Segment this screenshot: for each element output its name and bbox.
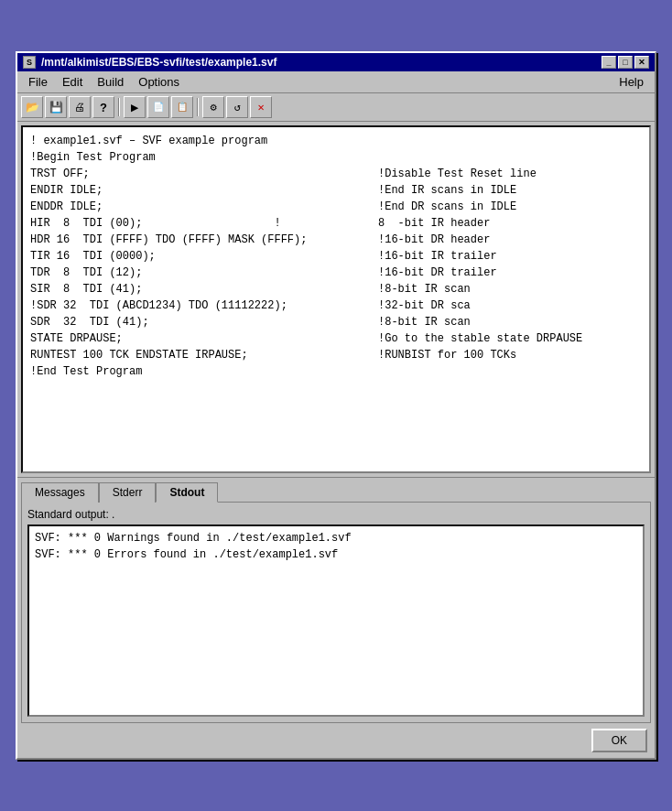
editor-line-left: ENDIR IDLE;	[30, 182, 378, 199]
editor-line-left: HDR 16 TDI (FFFF) TDO (FFFF) MASK (FFFF)…	[30, 232, 378, 248]
bottom-panel: Messages Stderr Stdout Standard output: …	[17, 477, 655, 758]
editor-line: STATE DRPAUSE;!Go to the stable state DR…	[30, 330, 642, 347]
editor-line: TRST OFF;!Disable Test Reset line	[30, 166, 642, 182]
editor-line: SDR 32 TDI (41);!8-bit IR scan	[30, 314, 642, 330]
output-line: SVF: *** 0 Warnings found in ./test/exam…	[35, 530, 637, 546]
open-button[interactable]: 📂	[21, 96, 43, 118]
maximize-button[interactable]: □	[618, 56, 633, 69]
editor-line: SIR 8 TDI (41);!8-bit IR scan	[30, 281, 642, 297]
editor-line: RUNTEST 100 TCK ENDSTATE IRPAUSE;!RUNBIS…	[30, 347, 642, 363]
tab-content: Standard output: . SVF: *** 0 Warnings f…	[21, 502, 651, 723]
editor-line-right: !32-bit DR sca	[378, 297, 471, 314]
editor-line-right: !End IR scans in IDLE	[378, 182, 516, 199]
window-icon: S	[23, 56, 36, 69]
editor-line-left: TRST OFF;	[30, 166, 378, 182]
menu-bar: File Edit Build Options Help	[17, 71, 655, 93]
editor-line-left: SIR 8 TDI (41);	[30, 281, 378, 297]
stop-button[interactable]: ✕	[250, 96, 272, 118]
editor-line-right: !16-bit DR header	[378, 232, 490, 248]
title-bar: S /mnt/alkimist/EBS/EBS-svfi/test/exampl…	[17, 53, 655, 71]
new-button[interactable]: 📄	[147, 96, 169, 118]
tabs-row: Messages Stderr Stdout	[21, 481, 651, 502]
editor-line: TDR 8 TDI (12);!16-bit DR trailer	[30, 265, 642, 281]
menu-options[interactable]: Options	[131, 73, 187, 91]
refresh-button[interactable]: ↺	[226, 96, 248, 118]
menu-file[interactable]: File	[21, 73, 55, 91]
toolbar-separator-2	[197, 98, 199, 116]
editor-line-right: !RUNBIST for 100 TCKs	[378, 347, 516, 363]
tab-stderr[interactable]: Stderr	[99, 482, 157, 503]
editor-line-right: !8-bit IR scan	[378, 281, 471, 297]
editor-line-left: HIR 8 TDI (00); !	[30, 215, 378, 232]
tab-stdout[interactable]: Stdout	[156, 482, 218, 503]
menu-help[interactable]: Help	[612, 73, 651, 91]
menu-edit[interactable]: Edit	[55, 73, 90, 91]
menu-build[interactable]: Build	[90, 73, 131, 91]
print-button[interactable]: 🖨	[69, 96, 91, 118]
stdout-label: Standard output: .	[27, 508, 645, 521]
ok-button[interactable]: OK	[591, 729, 647, 752]
editor-line-left: ENDDR IDLE;	[30, 199, 378, 215]
editor-line: TIR 16 TDI (0000);!16-bit IR trailer	[30, 248, 642, 265]
tab-messages[interactable]: Messages	[21, 482, 99, 503]
editor-line: HDR 16 TDI (FFFF) TDO (FFFF) MASK (FFFF)…	[30, 232, 642, 248]
editor-line-left: RUNTEST 100 TCK ENDSTATE IRPAUSE;	[30, 347, 378, 363]
window-title: /mnt/alkimist/EBS/EBS-svfi/test/example1…	[41, 56, 276, 69]
editor-line-right: !Disable Test Reset line	[378, 166, 537, 182]
editor-line-right: !Go to the stable state DRPAUSE	[378, 330, 582, 347]
editor-line: ENDDR IDLE;!End DR scans in IDLE	[30, 199, 642, 215]
editor-line: ! example1.svf – SVF example program	[30, 133, 642, 149]
main-window: S /mnt/alkimist/EBS/EBS-svfi/test/exampl…	[16, 51, 656, 760]
editor-line-right: !8-bit IR scan	[378, 314, 471, 330]
title-bar-left: S /mnt/alkimist/EBS/EBS-svfi/test/exampl…	[23, 56, 276, 69]
editor-line-left: SDR 32 TDI (41);	[30, 314, 378, 330]
editor-line: !End Test Program	[30, 363, 642, 380]
ok-row: OK	[21, 723, 651, 754]
help-toolbar-button[interactable]: ?	[92, 96, 114, 118]
close-button[interactable]: ✕	[634, 56, 649, 69]
toolbar-separator-1	[118, 98, 120, 116]
title-buttons: _ □ ✕	[602, 56, 649, 69]
editor-area[interactable]: ! example1.svf – SVF example program!Beg…	[21, 125, 651, 473]
run-button[interactable]: ▶	[124, 96, 146, 118]
editor-line: HIR 8 TDI (00); !8 -bit IR header	[30, 215, 642, 232]
editor-line-left: TDR 8 TDI (12);	[30, 265, 378, 281]
settings-button[interactable]: ⚙	[202, 96, 224, 118]
editor-line-right: 8 -bit IR header	[378, 215, 490, 232]
editor-line-left: !SDR 32 TDI (ABCD1234) TDO (11112222);	[30, 297, 378, 314]
editor-line: !Begin Test Program	[30, 149, 642, 166]
editor-line-left: STATE DRPAUSE;	[30, 330, 378, 347]
editor-line-right: !End DR scans in IDLE	[378, 199, 516, 215]
copy-button[interactable]: 📋	[171, 96, 193, 118]
editor-line-left: TIR 16 TDI (0000);	[30, 248, 378, 265]
minimize-button[interactable]: _	[602, 56, 616, 69]
editor-line-right: !16-bit IR trailer	[378, 248, 497, 265]
output-area[interactable]: SVF: *** 0 Warnings found in ./test/exam…	[27, 524, 645, 717]
output-line: SVF: *** 0 Errors found in ./test/exampl…	[35, 546, 637, 563]
editor-line: !SDR 32 TDI (ABCD1234) TDO (11112222);!3…	[30, 297, 642, 314]
toolbar: 📂 💾 🖨 ? ▶ 📄 📋 ⚙ ↺ ✕	[17, 93, 655, 122]
editor-line-right: !16-bit DR trailer	[378, 265, 497, 281]
editor-line: ENDIR IDLE;!End IR scans in IDLE	[30, 182, 642, 199]
save-button[interactable]: 💾	[45, 96, 67, 118]
